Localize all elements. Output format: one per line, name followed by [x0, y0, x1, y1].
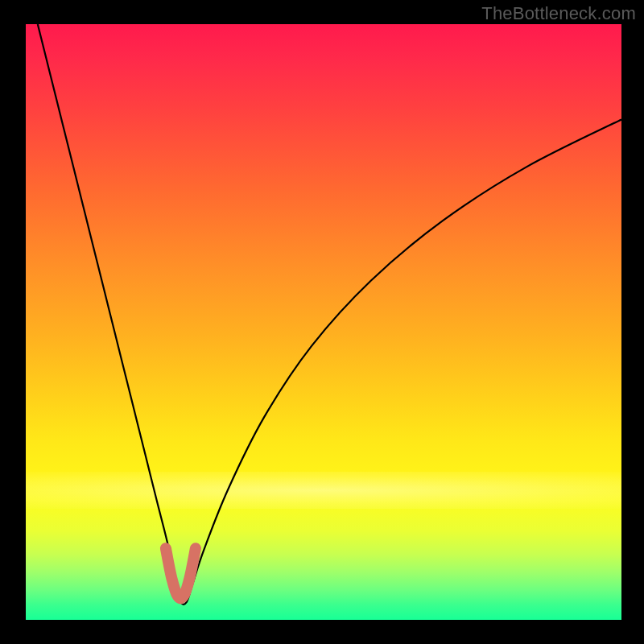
optimal-range-marker	[166, 548, 196, 598]
chart-svg	[26, 24, 621, 620]
watermark-text: TheBottleneck.com	[481, 3, 636, 24]
bottleneck-curve	[38, 24, 621, 605]
chart-area	[26, 24, 621, 620]
